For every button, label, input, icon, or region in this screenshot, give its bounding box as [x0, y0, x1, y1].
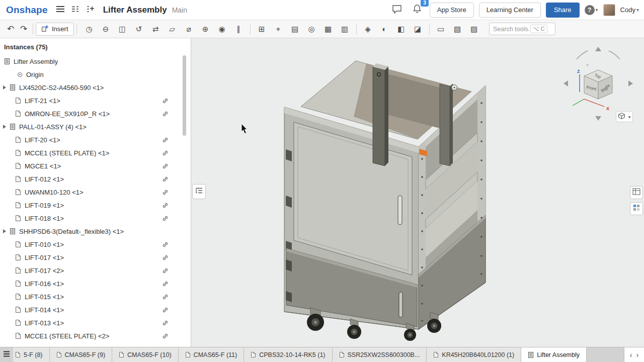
instance-row[interactable]: Lifter Assembly: [0, 55, 191, 68]
snapshot-icon[interactable]: ◐: [377, 22, 392, 36]
scroll-tabs-right-icon[interactable]: ›: [636, 351, 639, 358]
tab-manager-button[interactable]: [0, 347, 13, 362]
instance-row[interactable]: LIFT-010 <1>: [0, 238, 191, 251]
instance-row[interactable]: LIFT-21 <1>: [0, 94, 191, 107]
app-store-button[interactable]: App Store: [430, 3, 474, 18]
create-document-button[interactable]: [83, 3, 98, 18]
doc-tab[interactable]: CMAS65-F (11): [179, 347, 245, 362]
doc-tab[interactable]: 5-F (8): [13, 347, 50, 362]
user-menu[interactable]: Cody ▾: [620, 6, 639, 14]
revolute-mate-icon[interactable]: ↺: [131, 22, 147, 36]
instance-row[interactable]: Origin: [0, 68, 191, 81]
instance-row[interactable]: LIFT-017 <2>: [0, 264, 191, 277]
link-icon: [162, 202, 169, 209]
bom-panel-button[interactable]: [630, 186, 643, 199]
replicate-icon[interactable]: ▦: [320, 22, 336, 36]
document-list-button[interactable]: [68, 3, 83, 18]
insert-button[interactable]: Insert: [36, 23, 74, 36]
bell-icon: [413, 4, 422, 16]
doc-tab[interactable]: CPBS32-10-14-RK5 (1): [244, 347, 332, 362]
doc-tab[interactable]: CMAS65-F (10): [112, 347, 179, 362]
expand-chevron-icon[interactable]: [3, 85, 6, 89]
instance-label: Origin: [26, 71, 44, 78]
group-icon[interactable]: ⊞: [254, 22, 270, 36]
instance-row[interactable]: LIFT-016 <1>: [0, 277, 191, 290]
cabinet-model[interactable]: [284, 61, 486, 341]
slider-mate-icon[interactable]: ⇄: [148, 22, 164, 36]
instance-row[interactable]: MGCE1 <1>: [0, 159, 191, 172]
expand-chevron-icon[interactable]: [3, 125, 6, 129]
tab-scroll-nav: ‹ ›: [624, 347, 644, 362]
instance-row[interactable]: PALL-01-ASSY (4) <1>: [0, 120, 191, 133]
workspace-name[interactable]: Main: [172, 6, 187, 14]
part-icon: [15, 241, 21, 248]
cylindrical-mate-icon[interactable]: ⌀: [181, 22, 197, 36]
planar-mate-icon[interactable]: ▱: [165, 22, 180, 36]
parallel-mate-icon[interactable]: ∥: [231, 22, 247, 36]
doc-tab[interactable]: KR45H20B640L01200 (1): [427, 347, 521, 362]
instance-row[interactable]: LIFT-019 <1>: [0, 199, 191, 212]
notifications-button[interactable]: 3: [410, 3, 425, 18]
assembly-3d-model[interactable]: Top Front Right Z Y X: [191, 38, 644, 347]
ball-mate-icon[interactable]: ◉: [214, 22, 230, 36]
instance-row[interactable]: LIFT-017 <1>: [0, 251, 191, 264]
instance-row[interactable]: LIFT-013 <1>: [0, 316, 191, 329]
undo-button[interactable]: ↶: [4, 23, 17, 36]
section-view-icon[interactable]: ◪: [410, 22, 426, 36]
mate-icon[interactable]: ⊖: [98, 22, 114, 36]
doc-tab[interactable]: Lifter Assembly: [521, 347, 587, 362]
instance-row[interactable]: OMRON-EE_SX910P_R <1>: [0, 107, 191, 120]
doc-tab[interactable]: CMAS65-F (9): [50, 347, 113, 362]
redo-button[interactable]: ↷: [17, 23, 30, 36]
tab-label: CMAS65-F (9): [65, 351, 106, 358]
tab-icon: [339, 351, 345, 358]
graphics-viewport[interactable]: Top Front Right Z Y X ▾: [191, 38, 644, 347]
fastened-mate-icon[interactable]: ◫: [115, 22, 130, 36]
toolbar-separator: [429, 24, 430, 35]
instance-row[interactable]: LIFT-014 <1>: [0, 303, 191, 316]
scrollbar-thumb[interactable]: [183, 55, 186, 136]
display-states-icon[interactable]: ◧: [393, 22, 409, 36]
pin-slot-mate-icon[interactable]: ⊕: [198, 22, 213, 36]
appearance-panel-button[interactable]: [630, 202, 643, 215]
instance-row[interactable]: SHHPSD6-3(Default-_flexible3) <1>: [0, 225, 191, 238]
share-button[interactable]: Share: [546, 3, 580, 18]
instance-row[interactable]: LIFT-018 <1>: [0, 212, 191, 225]
part-icon: [15, 162, 21, 169]
doc-tab[interactable]: SSR25XW2SS600300B...: [333, 347, 427, 362]
mate-connector-icon[interactable]: ⌖: [271, 22, 286, 36]
expand-chevron-icon[interactable]: [3, 229, 6, 233]
learning-center-button[interactable]: Learning Center: [479, 3, 541, 18]
main-menu-button[interactable]: [53, 3, 68, 18]
circular-pattern-icon[interactable]: ◎: [304, 22, 319, 36]
drawing-icon[interactable]: ▭: [433, 22, 449, 36]
named-positions-icon[interactable]: ◷: [82, 22, 97, 36]
publication-icon[interactable]: ▨: [466, 22, 482, 36]
avatar[interactable]: [603, 4, 615, 16]
link-icon: [162, 307, 169, 313]
instance-row[interactable]: MCCE1 (STEEL PLATE) <2>: [0, 329, 191, 342]
instance-row[interactable]: LX4520C-S2-A4560-590 <1>: [0, 81, 191, 94]
user-name: Cody: [620, 6, 635, 14]
instance-row[interactable]: LIFT-20 <1>: [0, 133, 191, 146]
instance-row[interactable]: UWANM10-120 <1>: [0, 186, 191, 199]
search-tools-input[interactable]: [493, 26, 530, 33]
view-cube[interactable]: Top Front Right Z Y X: [564, 47, 633, 121]
comments-button[interactable]: [389, 3, 405, 18]
tab-menu-icon: [3, 350, 11, 359]
help-menu[interactable]: ? ▾: [585, 5, 598, 15]
instances-panel-toggle-button[interactable]: [192, 184, 206, 199]
part-icon: [15, 189, 21, 196]
instance-row[interactable]: MCCE1 (STEEL PLATE) <1>: [0, 146, 191, 159]
instance-row[interactable]: LIFT-012 <1>: [0, 172, 191, 186]
render-table-icon[interactable]: ▧: [450, 22, 465, 36]
part-icon: [15, 319, 21, 326]
view-options-button[interactable]: ▾: [616, 111, 633, 122]
instance-label: LIFT-019 <1>: [25, 202, 64, 209]
search-tools-box[interactable]: ⌥ C: [489, 23, 555, 35]
scroll-tabs-left-icon[interactable]: ‹: [630, 351, 632, 358]
bom-icon[interactable]: ▥: [337, 22, 353, 36]
exploded-view-icon[interactable]: ◈: [360, 22, 376, 36]
linear-pattern-icon[interactable]: ▤: [287, 22, 303, 36]
instance-row[interactable]: LIFT-015 <1>: [0, 290, 191, 303]
